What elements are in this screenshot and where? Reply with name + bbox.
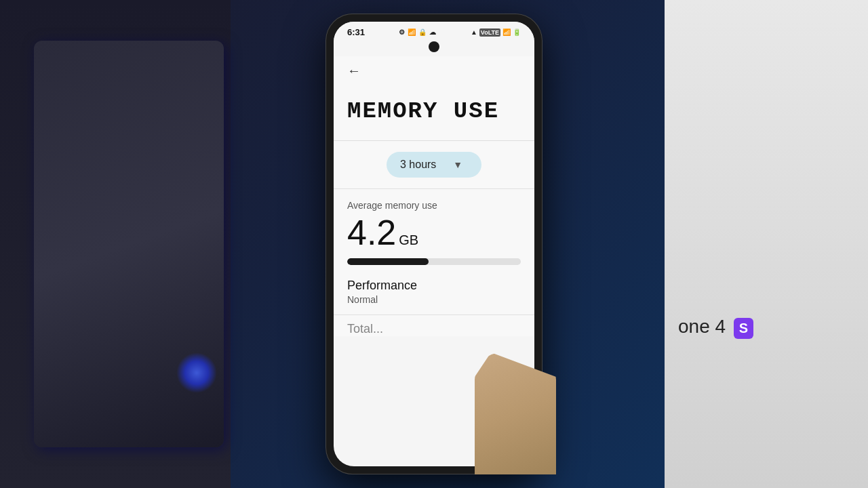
gear-icon: ⚙ — [399, 28, 405, 36]
memory-number: 4.2 — [347, 215, 396, 250]
performance-label: Performance — [347, 279, 521, 293]
section-divider-2 — [334, 314, 534, 315]
status-icons-left: ⚙ 📶 🔒 ☁ — [399, 28, 436, 36]
status-bar: 6:31 ⚙ 📶 🔒 ☁ ▲ VoLTE 📶 🔋 — [334, 22, 534, 40]
phone-stack-decoration — [34, 41, 224, 447]
section-divider-1 — [334, 188, 534, 189]
camera-dot — [429, 41, 439, 52]
iphone4s-badge: S — [734, 318, 753, 339]
phone-model-text: one 4 — [678, 316, 726, 337]
status-time: 6:31 — [347, 27, 365, 37]
memory-progress-bar — [347, 258, 521, 265]
signal-icon: 📶 — [502, 28, 511, 36]
status-icons-right: ▲ VoLTE 📶 🔋 — [471, 28, 521, 37]
page-title: MEMORY USE — [347, 99, 521, 124]
time-selector-row: 3 hours ▼ — [347, 152, 521, 178]
volte-icon: VoLTE — [479, 28, 500, 37]
iphone4-label: one 4 S — [678, 316, 753, 337]
chevron-down-icon: ▼ — [453, 159, 462, 170]
performance-section: Performance Normal — [347, 279, 521, 305]
wifi-signal-icon: 📶 — [408, 28, 416, 36]
avg-memory-label: Average memory use — [347, 200, 521, 211]
screen-content: ← MEMORY USE 3 hours ▼ Average memory us… — [334, 56, 534, 336]
back-button[interactable]: ← — [347, 56, 521, 85]
blue-glow — [176, 352, 217, 393]
cloud-icon: ☁ — [429, 28, 436, 36]
background-left — [0, 0, 231, 488]
time-dropdown[interactable]: 3 hours ▼ — [387, 152, 481, 178]
memory-unit: GB — [399, 232, 418, 248]
performance-value: Normal — [347, 294, 521, 305]
time-dropdown-label: 3 hours — [400, 159, 436, 171]
battery-icon: 🔋 — [513, 28, 521, 36]
lock-icon: 🔒 — [418, 28, 427, 36]
background-right: one 4 S — [665, 0, 868, 488]
wifi-icon: ▲ — [471, 28, 477, 36]
top-divider — [334, 140, 534, 141]
partial-title: Total... — [347, 322, 521, 336]
partial-section: Total... — [347, 322, 521, 336]
camera-bar — [334, 40, 534, 56]
memory-value-row: 4.2 GB — [347, 215, 521, 250]
main-phone: 6:31 ⚙ 📶 🔒 ☁ ▲ VoLTE 📶 🔋 — [326, 14, 542, 474]
progress-bar-fill — [347, 258, 429, 265]
